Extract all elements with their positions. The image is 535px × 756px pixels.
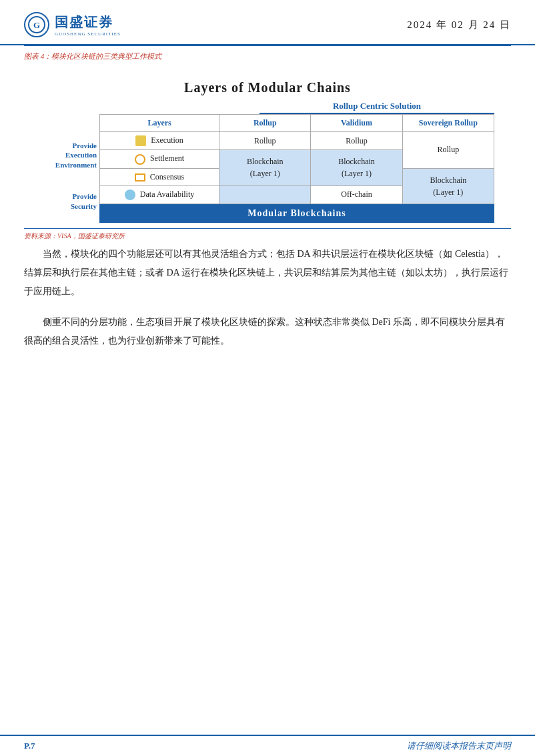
footer-notice: 请仔细阅读本报告末页声明	[407, 740, 511, 752]
logo-icon: G	[24, 12, 49, 37]
consensus-sovereign-cell: Blockchain(Layer 1)	[402, 168, 494, 204]
exec-sovereign-cell: Rollup	[402, 132, 494, 169]
layer-execution: Execution	[100, 132, 219, 150]
execution-label: Execution	[151, 135, 183, 145]
provide-security-label: ProvideSecurity	[41, 183, 97, 220]
paragraph-1: 当然，模块化的四个功能层还可以有其他灵活组合方式；包括 DA 和共识层运行在模块…	[24, 245, 511, 301]
company-name: 国盛证券	[55, 13, 121, 31]
diagram-title: Layers of Modular Chains	[24, 80, 511, 95]
col-header-validium: Validium	[311, 115, 402, 132]
page-header: G 国盛证券 GUOSHENG SECURITIES 2024 年 02 月 2…	[0, 0, 535, 45]
col-header-rollup: Rollup	[219, 115, 311, 132]
paragraph-2: 侧重不同的分层功能，生态项目开展了模块化区块链的探索。这种状态非常类似 DeFi…	[24, 313, 511, 350]
settle-rollup-cell: Blockchain(Layer 1)	[219, 150, 311, 185]
footer-page: P.7	[24, 741, 35, 751]
consensus-icon	[135, 173, 145, 181]
report-date: 2024 年 02 月 24 日	[407, 19, 511, 31]
da-validium-cell: Off-chain	[311, 185, 402, 204]
source-text: 资料来源：VISA，国盛证泰研究所	[24, 232, 125, 240]
main-content: Layers of Modular Chains Rollup Centric …	[0, 64, 535, 376]
logo-text-block: 国盛证券 GUOSHENG SECURITIES	[55, 13, 121, 37]
exec-rollup-cell: Rollup	[219, 132, 311, 150]
provide-exec-label: ProvideExecutionEnvironment	[41, 141, 97, 168]
figure-caption: 图表 4：模块化区块链的三类典型工作模式	[0, 46, 535, 64]
col-header-sovereign: Sovereign Rollup	[402, 115, 494, 132]
da-icon	[125, 190, 135, 200]
layer-da: Data Availability	[100, 185, 219, 204]
page-footer: P.7 请仔细阅读本报告末页声明	[0, 735, 535, 756]
source-line: 资料来源：VISA，国盛证泰研究所	[24, 228, 511, 241]
settlement-icon	[135, 154, 145, 165]
modular-bar: Modular Blockchains	[99, 204, 494, 223]
company-name-en: GUOSHENG SECURITIES	[55, 31, 121, 37]
svg-text:G: G	[33, 20, 40, 30]
diagram-table: Layers Rollup Validium Sovereign Rollup …	[99, 114, 494, 204]
consensus-label: Consensus	[150, 172, 184, 181]
left-labels: ProvideExecutionEnvironment ProvideSecur…	[41, 114, 99, 223]
rollup-centric-label: Rollup Centric Solution	[333, 101, 421, 111]
settlement-label: Settlement	[150, 153, 184, 163]
da-rollup-cell	[219, 185, 311, 204]
da-label: Data Availability	[140, 190, 194, 199]
col-header-layers: Layers	[100, 115, 219, 132]
layers-table: Layers Rollup Validium Sovereign Rollup …	[99, 114, 494, 223]
exec-validium-cell: Rollup	[311, 132, 402, 150]
logo-area: G 国盛证券 GUOSHENG SECURITIES	[24, 12, 121, 37]
execution-icon	[135, 135, 146, 146]
diagram-container: Rollup Centric Solution ProvideExecution…	[41, 101, 494, 223]
layer-settlement: Settlement	[100, 150, 219, 168]
settle-validium-cell: Blockchain(Layer 1)	[311, 150, 402, 185]
layer-consensus: Consensus	[100, 168, 219, 185]
